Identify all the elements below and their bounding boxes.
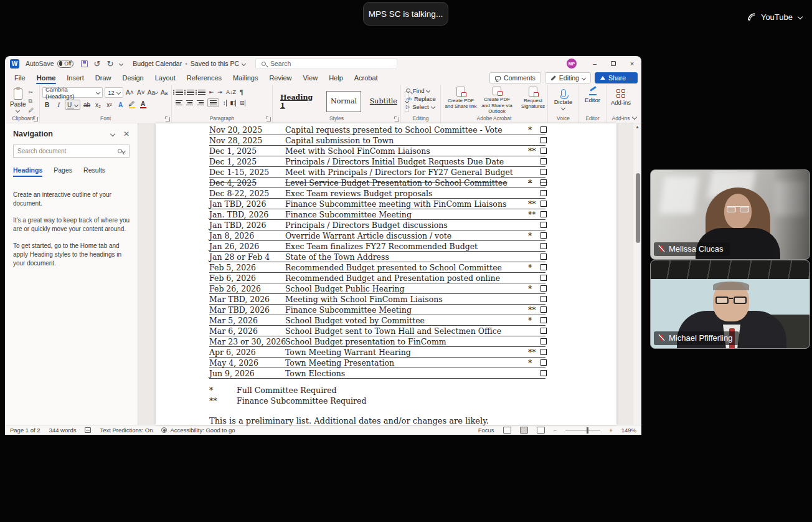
align-right-icon[interactable] [197,100,204,105]
ribbon-tab-acrobat[interactable]: Acrobat [349,72,384,83]
word-app-icon[interactable]: W [10,59,19,69]
comments-button[interactable]: Comments [489,72,541,83]
acrobat-button[interactable]: Create PDF and Share link [443,87,478,114]
ribbon-tab-mailings[interactable]: Mailings [227,72,263,83]
user-avatar[interactable]: MP [567,59,577,69]
row-checkbox[interactable] [541,285,547,292]
row-checkbox[interactable] [541,317,547,323]
row-checkbox[interactable] [541,126,547,133]
row-checkbox[interactable] [541,158,547,164]
change-case-button[interactable]: Aa [148,88,158,98]
autosave-switch[interactable]: Off [57,60,73,68]
nav-tab-headings[interactable]: Headings [13,166,42,177]
zoom-slider[interactable] [565,430,600,431]
row-checkbox[interactable] [541,190,547,196]
zoom-level[interactable]: 149% [621,427,636,434]
minimize-button[interactable]: – [585,56,604,71]
row-checkbox[interactable] [541,275,547,281]
word-count[interactable]: 344 words [49,427,77,434]
proofing-icon[interactable] [85,427,91,433]
italic-button[interactable]: I [54,100,63,110]
zoom-out-icon[interactable]: − [554,427,557,434]
text-effects-button[interactable]: A [116,100,125,110]
dictate-button[interactable]: Dictate [550,87,576,110]
paste-button[interactable]: Paste [10,87,26,114]
dialog-launcher-icon[interactable] [34,117,38,121]
ribbon-tab-references[interactable]: References [181,72,227,83]
ribbon-tab-view[interactable]: View [297,72,323,83]
subscript-button[interactable]: x₂ [93,100,103,110]
row-checkbox[interactable] [541,370,547,376]
strikethrough-button[interactable]: ab [82,100,92,110]
multilevel-list-icon[interactable] [198,90,205,95]
nav-search-input[interactable]: Search document [13,145,130,158]
select-button[interactable]: ▷Select [406,103,438,110]
ribbon-tab-help[interactable]: Help [323,72,349,83]
print-layout-icon[interactable] [520,427,528,434]
bullet-list-icon[interactable] [176,90,183,95]
bold-button[interactable]: B [42,100,52,110]
row-checkbox[interactable] [541,137,547,143]
paragraph-marks-icon[interactable]: ¶ [240,88,243,96]
row-checkbox[interactable] [541,232,547,239]
qat-customize-icon[interactable] [119,61,123,65]
increase-indent-icon[interactable]: ⇥ [218,89,223,95]
row-checkbox[interactable] [541,264,547,270]
cut-icon[interactable]: ✂ [29,89,34,95]
decrease-indent-icon[interactable]: ⇤ [209,89,214,95]
ribbon-tab-home[interactable]: Home [31,72,62,83]
autosave-toggle[interactable]: AutoSave Off [26,60,73,68]
focus-button[interactable]: Focus [478,427,494,434]
font-size-select[interactable]: 12 [105,87,123,98]
ribbon-tab-insert[interactable]: Insert [61,72,90,83]
row-checkbox[interactable] [541,243,547,249]
web-layout-icon[interactable] [537,427,545,434]
style-normal[interactable]: Normal [326,91,362,112]
participant-tile-melissa[interactable]: Melissa Clucas [650,169,810,260]
ribbon-tab-draw[interactable]: Draw [90,72,117,83]
editing-mode-button[interactable]: Editing [545,72,591,83]
zoom-slider-thumb[interactable] [587,427,589,434]
nav-tab-results[interactable]: Results [83,166,105,177]
redo-icon[interactable]: ↻ [106,59,113,69]
underline-button[interactable]: U [65,100,80,110]
close-button[interactable]: × [623,56,641,71]
row-checkbox[interactable] [541,222,547,228]
document-title[interactable]: Budget Calendar • Saved to this PC [133,60,245,67]
share-button[interactable]: Share [595,72,638,83]
undo-icon[interactable]: ↺ [94,59,101,69]
ribbon-tab-file[interactable]: File [9,72,31,83]
copy-icon[interactable]: ⧉ [29,98,34,105]
close-navigation-icon[interactable]: ✕ [123,130,130,138]
nav-tab-pages[interactable]: Pages [54,166,72,177]
numbered-list-icon[interactable] [187,90,194,95]
shading-icon[interactable]: ◧ [230,100,237,106]
acrobat-button[interactable]: Request Signatures [516,87,550,114]
superscript-button[interactable]: x² [105,100,114,110]
grow-font-button[interactable]: A˄ [125,88,135,98]
row-checkbox[interactable] [541,306,547,313]
dialog-launcher-icon[interactable] [267,117,271,121]
row-checkbox[interactable] [541,148,547,154]
sort-icon[interactable]: A↓Z [226,89,236,95]
justify-icon[interactable] [207,98,219,107]
ribbon-tab-design[interactable]: Design [116,72,149,83]
align-left-icon[interactable] [176,100,182,105]
clear-formatting-button[interactable]: A𝄪 [159,88,169,98]
scrollbar-thumb[interactable] [636,173,640,243]
borders-icon[interactable]: ⊞ [240,100,245,106]
dialog-launcher-icon[interactable] [395,117,399,121]
livestream-indicator[interactable]: YouTube [747,9,802,25]
format-painter-icon[interactable]: 🖉 [29,107,34,113]
participant-tile-michael[interactable]: Michael Pfifferling [650,260,810,349]
style-subtitle[interactable]: Subtitle [366,91,401,112]
row-checkbox[interactable] [541,211,547,217]
row-checkbox[interactable] [541,328,547,334]
style-heading1[interactable]: Heading 1 [275,91,322,112]
search-input[interactable]: Search [255,58,397,69]
scroll-up-icon[interactable]: ▲ [635,125,640,129]
dialog-launcher-icon[interactable] [166,117,170,121]
ribbon-tab-review[interactable]: Review [263,72,297,83]
text-predictions[interactable]: Text Predictions: On [100,427,153,434]
save-icon[interactable] [81,60,88,67]
